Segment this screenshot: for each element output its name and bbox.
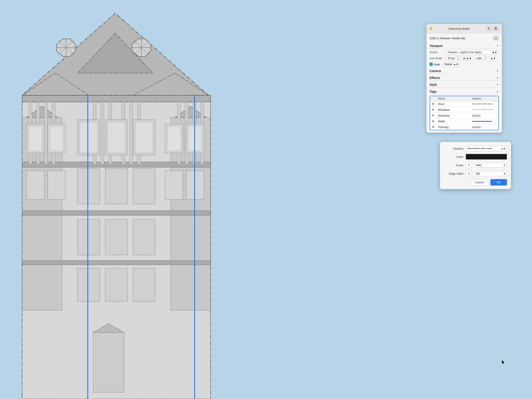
linescale-value: 0.5 pt	[447, 56, 456, 60]
popup-scale-dropdown[interactable]: auto ▼	[475, 163, 507, 168]
popup-dashes-select[interactable]: ▲▼	[466, 146, 507, 151]
svg-rect-53	[167, 126, 181, 151]
popup-edgewidth-value: 2pt	[476, 172, 480, 175]
table-row[interactable]: 👁 Structure Default	[430, 113, 498, 119]
svg-rect-36	[130, 102, 133, 164]
tags-name-col: Name	[438, 97, 472, 100]
linescale-auto-down[interactable]: ▼	[483, 58, 487, 61]
edgewidth-down-btn[interactable]: ▼	[468, 174, 470, 175]
svg-rect-64	[78, 219, 100, 255]
table-row[interactable]: 👁 Windows	[430, 107, 498, 113]
svg-point-77	[476, 103, 477, 104]
refresh-button[interactable]: ↻	[486, 26, 492, 31]
walls-solid-line	[472, 121, 492, 122]
svg-point-101	[486, 148, 487, 149]
cursor	[501, 359, 506, 367]
table-row[interactable]: 👁 Framing Default	[430, 124, 498, 130]
svg-rect-57	[48, 171, 65, 200]
linescale-row: Line Scale: 0.5 pt ▲ ▼ pt ▲▼ auto ▲	[430, 56, 499, 61]
tag-name-walls: Walls	[438, 120, 472, 123]
traffic-light[interactable]	[430, 27, 432, 30]
ok-button[interactable]: OK	[490, 179, 507, 185]
cancel-button[interactable]: Cancel	[471, 179, 488, 185]
tag-name-framing: Framing	[438, 126, 472, 129]
tag-dashes-walls	[472, 121, 497, 122]
viewport-section-header[interactable]: Viewport ▼	[430, 43, 499, 49]
popup-dashes-row: Dashes: ▲▼	[444, 146, 507, 151]
linescale-auto-up[interactable]: ▲	[483, 56, 487, 58]
svg-rect-43	[29, 126, 42, 151]
popup-edgewidth-dropdown[interactable]: 2pt ▼	[475, 171, 507, 176]
style-section-header[interactable]: Style ▼	[430, 82, 499, 88]
tag-style-popup: Dashes: ▲▼ Color: Scale: ▲ ▼ auto ▼	[440, 142, 511, 189]
linescale-auto-value: auto	[475, 56, 483, 60]
eye-icon-walls[interactable]: 👁	[432, 120, 438, 123]
tags-dashes-col: Dashes	[472, 97, 497, 100]
eye-icon-framing[interactable]: 👁	[432, 126, 438, 129]
panel-title: SketchUp Model	[434, 27, 484, 30]
svg-rect-25	[22, 162, 211, 167]
viewport-label: Viewport	[430, 44, 443, 48]
popup-edgewidth-stepper[interactable]: ▲ ▼	[466, 171, 472, 177]
eye-icon-structure[interactable]: 👁	[432, 114, 438, 117]
svg-point-97	[472, 148, 473, 149]
viewport-section-content: Scene: Feature - LayOut Line Styles ▲▼ L…	[430, 49, 499, 68]
linescale-auto-stepper[interactable]: auto ▲ ▼	[475, 56, 487, 61]
scene-select[interactable]: Feature - LayOut Line Styles ▲▼	[446, 50, 499, 55]
svg-point-91	[485, 109, 486, 110]
eye-icon-windows[interactable]: 👁	[432, 108, 438, 112]
effects-label: Effects	[430, 76, 440, 80]
effects-section-header[interactable]: Effects ▼	[430, 75, 499, 81]
file-row: 2020.2–Release–Model.skp 🔒	[430, 36, 499, 41]
linescale-stepper[interactable]: 0.5 pt ▲ ▼	[446, 56, 460, 61]
svg-point-99	[479, 148, 480, 149]
svg-rect-45	[50, 126, 63, 151]
svg-point-87	[478, 109, 479, 110]
popup-dashes-label: Dashes:	[444, 147, 464, 150]
svg-rect-60	[133, 168, 155, 204]
table-row[interactable]: 👁 Roof	[430, 101, 498, 107]
svg-rect-65	[105, 219, 127, 255]
svg-point-95	[492, 109, 493, 110]
svg-rect-47	[80, 122, 98, 153]
svg-point-86	[476, 109, 477, 110]
panel-titlebar: SketchUp Model ↻ ⛓	[426, 24, 502, 33]
popup-edgewidth-row: Edge width: ▲ ▼ 2pt ▼	[444, 171, 507, 177]
lock-button[interactable]: 🔒	[493, 36, 499, 41]
svg-rect-67	[22, 260, 211, 265]
svg-point-89	[482, 109, 482, 110]
scene-row: Scene: Feature - LayOut Line Styles ▲▼	[430, 50, 499, 55]
svg-rect-49	[108, 122, 125, 153]
svg-point-93	[489, 109, 489, 110]
effects-chevron: ▼	[497, 77, 499, 79]
render-select[interactable]: Raster ▲▼	[443, 62, 460, 66]
auto-checkbox[interactable]: ✓	[430, 63, 433, 66]
camera-section-header[interactable]: Camera ▼	[430, 68, 499, 74]
svg-rect-66	[133, 219, 155, 255]
svg-rect-69	[105, 268, 127, 301]
linescale-up[interactable]: ▲	[456, 56, 460, 58]
tags-eye-col	[432, 97, 438, 100]
camera-label: Camera	[430, 69, 441, 73]
popup-edgewidth-label: Edge width:	[444, 172, 464, 175]
svg-marker-103	[502, 360, 505, 365]
table-row[interactable]: 👁 Walls	[430, 119, 498, 124]
link-button[interactable]: ⛓	[493, 26, 499, 31]
svg-rect-30	[44, 102, 47, 164]
popup-dash-pattern	[467, 147, 494, 150]
tag-name-structure: Structure	[438, 114, 472, 117]
linescale-auto-unit[interactable]: ▲▼	[489, 56, 497, 61]
popup-scale-stepper[interactable]: ▲ ▼	[466, 162, 472, 168]
popup-scale-chevron: ▼	[503, 164, 505, 166]
linescale-stepper-btns: ▲ ▼	[456, 56, 460, 61]
tags-label: Tags	[430, 90, 437, 93]
linescale-down[interactable]: ▼	[456, 58, 460, 61]
scale-down-btn[interactable]: ▼	[468, 165, 470, 167]
popup-color-swatch[interactable]	[466, 154, 507, 160]
linescale-unit-select[interactable]: pt ▲▼	[462, 56, 473, 61]
tags-section-header[interactable]: Tags ▼	[430, 89, 499, 95]
dash-pattern-windows	[472, 109, 493, 111]
svg-rect-58	[78, 168, 100, 204]
style-label: Style	[430, 83, 437, 86]
eye-icon-roof[interactable]: 👁	[432, 102, 438, 106]
